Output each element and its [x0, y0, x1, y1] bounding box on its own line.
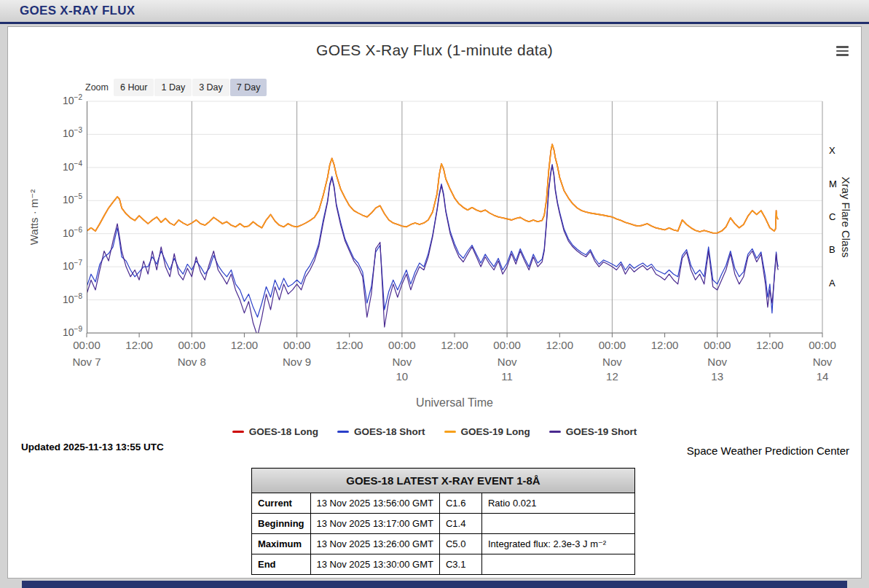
- event-class: C3.1: [439, 554, 481, 575]
- legend-item-goes-19-long[interactable]: GOES-19 Long: [444, 426, 530, 437]
- legend-item-goes-18-short[interactable]: GOES-18 Short: [337, 426, 425, 437]
- legend: GOES-18 LongGOES-18 ShortGOES-19 LongGOE…: [8, 426, 861, 437]
- x-tick-time-label: 12:00: [323, 339, 376, 351]
- x-tick-date-label: Nov 7: [60, 355, 113, 369]
- x-axis-title: Universal Time: [87, 396, 822, 409]
- y-tick-label: 10−4: [37, 161, 82, 173]
- legend-label: GOES-19 Short: [566, 426, 637, 437]
- x-tick-date-label: Nov11: [481, 355, 533, 384]
- x-tick-time-label: 12:00: [428, 339, 481, 351]
- legend-line-icon: [549, 431, 561, 433]
- x-tick-time-label: 00:00: [60, 339, 113, 351]
- event-label: Current: [252, 493, 311, 514]
- chart-panel: GOES X-Ray Flux (1-minute data) Zoom 6 H…: [7, 26, 862, 579]
- x-tick-date-label: Nov 9: [271, 355, 323, 369]
- event-row-maximum: Maximum13 Nov 2025 13:26:00 GMTC5.0Integ…: [252, 534, 635, 554]
- x-tick-date-label: Nov12: [586, 355, 638, 384]
- event-label: Beginning: [252, 514, 311, 534]
- zoom-button-group: 6 Hour1 Day3 Day7 Day: [114, 79, 268, 96]
- x-tick-time-label: 00:00: [165, 339, 218, 351]
- series-goes-18-short: [87, 165, 778, 318]
- legend-label: GOES-18 Short: [354, 426, 425, 437]
- y-tick-label: 10−9: [37, 326, 82, 338]
- x-tick-time-label: 12:00: [113, 339, 165, 351]
- x-tick-time-label: 12:00: [744, 339, 796, 351]
- zoom-label: Zoom: [85, 82, 109, 93]
- event-time: 13 Nov 2025 13:30:00 GMT: [310, 554, 439, 575]
- flare-class-label-b: B: [829, 244, 835, 255]
- credit-text: Space Weather Prediction Center: [687, 444, 849, 457]
- zoom-controls: Zoom 6 Hour1 Day3 Day7 Day: [85, 79, 267, 96]
- page-title: GOES X-RAY FLUX: [20, 4, 135, 18]
- legend-line-icon: [337, 431, 349, 433]
- x-tick-time-label: 00:00: [271, 339, 323, 351]
- event-extra: Integrated flux: 2.3e-3 J m⁻²: [481, 534, 634, 554]
- legend-line-icon: [232, 431, 244, 433]
- zoom-button-7-day[interactable]: 7 Day: [230, 79, 267, 96]
- x-tick-time-label: 12:00: [218, 339, 270, 351]
- x-tick-time-label: 00:00: [796, 339, 849, 351]
- chart-title: GOES X-Ray Flux (1-minute data): [8, 42, 861, 59]
- flare-class-label-c: C: [829, 211, 835, 222]
- legend-line-icon: [444, 431, 456, 433]
- legend-item-goes-18-long[interactable]: GOES-18 Long: [232, 426, 318, 437]
- series-goes-19-long: [87, 144, 778, 233]
- legend-item-goes-19-short[interactable]: GOES-19 Short: [549, 426, 637, 437]
- event-time: 13 Nov 2025 13:56:00 GMT: [310, 493, 439, 514]
- y-tick-label: 10−6: [37, 227, 82, 239]
- page-header: GOES X-RAY FLUX: [0, 0, 869, 24]
- legend-label: GOES-19 Long: [461, 426, 530, 437]
- event-class: C5.0: [439, 534, 481, 554]
- zoom-button-6-hour[interactable]: 6 Hour: [114, 79, 154, 96]
- x-tick-date-label: Nov 8: [165, 355, 218, 369]
- flare-class-label-m: M: [829, 179, 837, 189]
- event-label: End: [252, 554, 311, 575]
- x-tick-date-label: Nov13: [691, 355, 744, 384]
- event-row-end: End13 Nov 2025 13:30:00 GMTC3.1: [252, 554, 635, 575]
- x-tick-date-label: Nov10: [376, 355, 428, 384]
- x-tick-time-label: 00:00: [586, 339, 638, 351]
- y-tick-label: 10−7: [37, 260, 82, 272]
- x-tick-date-label: Nov14: [796, 355, 849, 384]
- x-tick-time-label: 00:00: [376, 339, 428, 351]
- event-time: 13 Nov 2025 13:17:00 GMT: [310, 514, 439, 534]
- xray-event-table: GOES-18 LATEST X-RAY EVENT 1-8Å Current1…: [251, 468, 635, 575]
- series-goes-19-short: [87, 165, 778, 336]
- flare-class-label-x: X: [829, 145, 835, 156]
- event-class: C1.6: [439, 493, 481, 514]
- x-tick-time-label: 12:00: [639, 339, 691, 351]
- hamburger-bar: [836, 50, 849, 52]
- y-tick-label: 10−8: [37, 294, 82, 305]
- plot-area[interactable]: [87, 101, 824, 339]
- chart-context-menu-icon[interactable]: [836, 46, 849, 58]
- y-tick-label: 10−5: [37, 194, 82, 205]
- x-tick-time-label: 00:00: [691, 339, 744, 351]
- event-class: C1.4: [439, 514, 481, 534]
- event-label: Maximum: [252, 534, 311, 554]
- y-tick-label: 10−3: [37, 128, 82, 139]
- hamburger-bar: [836, 46, 849, 48]
- x-tick-time-label: 12:00: [533, 339, 586, 351]
- hamburger-bar: [836, 54, 849, 56]
- footer-bar: [22, 581, 847, 588]
- event-extra: Ratio 0.021: [481, 493, 634, 514]
- event-time: 13 Nov 2025 13:26:00 GMT: [310, 534, 439, 554]
- updated-timestamp: Updated 2025-11-13 13:55 UTC: [21, 442, 164, 452]
- flare-class-label-a: A: [829, 278, 835, 289]
- zoom-button-3-day[interactable]: 3 Day: [192, 79, 229, 96]
- event-extra: [481, 514, 634, 534]
- x-tick-time-label: 00:00: [481, 339, 533, 351]
- event-table-title: GOES-18 LATEST X-RAY EVENT 1-8Å: [252, 469, 635, 493]
- flare-class-axis-title: Xray Flare Class: [840, 177, 852, 258]
- event-extra: [481, 554, 634, 575]
- legend-label: GOES-18 Long: [249, 426, 318, 437]
- series-goes-18-long: [87, 144, 778, 233]
- event-row-current: Current13 Nov 2025 13:56:00 GMTC1.6Ratio…: [252, 493, 635, 514]
- y-tick-label: 10−2: [37, 95, 82, 106]
- zoom-button-1-day[interactable]: 1 Day: [154, 79, 192, 96]
- event-row-beginning: Beginning13 Nov 2025 13:17:00 GMTC1.4: [252, 514, 635, 534]
